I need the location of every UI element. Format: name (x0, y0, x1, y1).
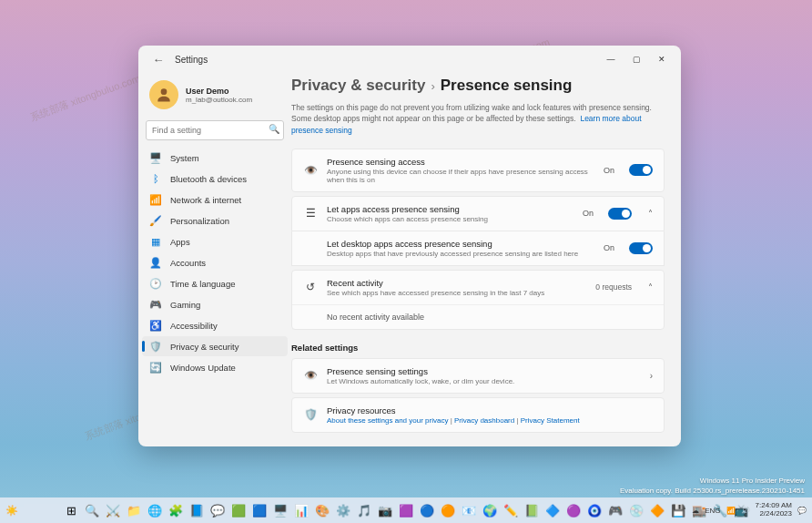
weather-icon[interactable]: ☀️ (5, 505, 18, 517)
taskbar-app[interactable]: 🟦 (250, 501, 269, 519)
taskbar-app[interactable]: ⊞ (62, 501, 80, 519)
nav-icon: ♿ (149, 319, 162, 332)
chevron-up-icon[interactable]: ˄ (648, 209, 653, 219)
taskbar-app[interactable]: ⚙️ (334, 501, 352, 519)
nav-icon: 📶 (149, 193, 162, 206)
tray-volume-icon[interactable]: 🔊 (741, 507, 750, 515)
nav-label: Bluetooth & devices (170, 174, 247, 184)
main-content: Privacy & security › Presence sensing Th… (291, 73, 681, 446)
nav-label: Accessibility (170, 321, 218, 331)
taskbar-app[interactable]: 🔵 (418, 501, 436, 519)
user-email: m_lab@outlook.com (186, 96, 252, 104)
minimize-button[interactable]: — (599, 49, 623, 69)
toggle-desktop-apps[interactable] (629, 242, 653, 254)
taskbar-app[interactable]: 🟣 (564, 501, 583, 519)
taskbar-app[interactable]: 🟪 (397, 501, 415, 519)
taskbar-app[interactable]: 📊 (292, 501, 310, 519)
card-privacy-resources: 🛡️ Privacy resources About these setting… (291, 397, 665, 433)
toggle-apps-access[interactable] (608, 208, 632, 220)
taskbar-app[interactable]: 🎵 (355, 501, 373, 519)
maximize-button[interactable]: ▢ (624, 49, 648, 69)
avatar (149, 80, 178, 109)
taskbar-app[interactable]: 🔷 (543, 501, 562, 519)
taskbar-app[interactable]: 📧 (460, 501, 478, 519)
svg-point-0 (161, 88, 167, 95)
recent-empty: No recent activity available (292, 304, 664, 329)
nav-icon: 🔄 (149, 361, 162, 374)
taskbar-app[interactable]: 💿 (627, 501, 645, 519)
card-desktop-apps: Let desktop apps access presence sensing… (291, 231, 665, 266)
taskbar-app[interactable]: 🌐 (146, 501, 164, 519)
card-ps-settings[interactable]: 👁️ Presence sensing settings Let Windows… (291, 358, 665, 394)
nav-label: Windows Update (170, 363, 236, 373)
taskbar-app[interactable]: 📷 (376, 501, 394, 519)
search-icon[interactable]: 🔍 (269, 124, 279, 134)
sidebar-item-time-language[interactable]: 🕑Time & language (142, 273, 288, 293)
tray-network-icon[interactable]: 📶 (726, 507, 736, 515)
requests-badge: 0 requests (595, 282, 632, 292)
taskbar-app[interactable]: 🟩 (229, 501, 248, 519)
sidebar-item-windows-update[interactable]: 🔄Windows Update (142, 357, 288, 377)
nav-label: Network & internet (170, 195, 241, 205)
system-watermark: Windows 11 Pro Insider Preview Evaluatio… (620, 477, 805, 496)
clock[interactable]: 7:24:09 AM 2/24/2023 (756, 502, 792, 518)
taskbar-app[interactable]: ✏️ (502, 501, 520, 519)
taskbar-app[interactable]: 🔶 (648, 501, 666, 519)
crumb-parent[interactable]: Privacy & security (291, 77, 425, 95)
tray-chevron-icon[interactable]: ˄ (683, 507, 686, 515)
sidebar-item-apps[interactable]: ▦Apps (142, 231, 288, 251)
close-button[interactable]: ✕ (650, 49, 674, 69)
related-settings-heading: Related settings (291, 343, 665, 353)
sidebar-item-bluetooth-devices[interactable]: ᛒBluetooth & devices (142, 169, 288, 189)
sidebar-item-personalization[interactable]: 🖌️Personalization (142, 210, 288, 231)
sidebar-item-system[interactable]: 🖥️System (142, 148, 288, 168)
breadcrumb: Privacy & security › Presence sensing (291, 77, 665, 95)
taskbar-app[interactable]: 🧿 (585, 501, 604, 519)
taskbar-app[interactable]: 💬 (208, 501, 227, 519)
taskbar-app[interactable]: 📗 (523, 501, 541, 519)
nav-icon: 🖌️ (149, 214, 162, 227)
nav-label: System (170, 153, 199, 163)
nav-label: Apps (170, 237, 190, 247)
sidebar-item-accessibility[interactable]: ♿Accessibility (142, 315, 288, 335)
tray-onedrive-icon[interactable]: ☁ (692, 507, 699, 515)
privacy-link[interactable]: Privacy Statement (521, 416, 580, 425)
sidebar-item-privacy-security[interactable]: 🛡️Privacy & security (142, 336, 288, 356)
taskbar-app[interactable]: 🎨 (313, 501, 331, 519)
get-help-link[interactable]: ❔ Get help (291, 444, 665, 446)
notifications-icon[interactable]: 💬 (797, 507, 807, 515)
language-indicator[interactable]: ENG (705, 507, 720, 515)
taskbar-app[interactable]: 🧩 (167, 501, 185, 519)
sidebar-item-accounts[interactable]: 👤Accounts (142, 252, 288, 272)
user-profile[interactable]: User Demo m_lab@outlook.com (142, 77, 288, 118)
crumb-current: Presence sensing (441, 77, 573, 95)
chevron-right-icon: › (650, 371, 653, 381)
taskbar-app[interactable]: 📘 (188, 501, 206, 519)
nav-icon: 👤 (149, 256, 162, 269)
taskbar-app[interactable]: 📁 (125, 501, 143, 519)
sidebar-item-gaming[interactable]: 🎮Gaming (142, 294, 288, 314)
taskbar: ☀️ ⊞🔍⚔️📁🌐🧩📘💬🟩🟦🖥️📊🎨⚙️🎵📷🟪🔵🟠📧🌍✏️📗🔷🟣🧿🎮💿🔶💾🏬🔧📺… (0, 497, 812, 523)
taskbar-app[interactable]: 🔍 (83, 501, 101, 519)
taskbar-app[interactable]: 🎮 (606, 501, 624, 519)
taskbar-app[interactable]: ⚔️ (104, 501, 122, 519)
window-title: Settings (175, 55, 208, 65)
page-description: The settings on this page do not prevent… (291, 102, 665, 136)
back-button[interactable]: ← (146, 46, 171, 72)
card-presence-access: 👁️ Presence sensing access Anyone using … (291, 149, 665, 192)
sidebar-item-network-internet[interactable]: 📶Network & internet (142, 190, 288, 210)
nav-label: Time & language (170, 279, 235, 289)
taskbar-app[interactable]: 🖥️ (271, 501, 289, 519)
privacy-link[interactable]: Privacy dashboard (454, 416, 514, 425)
nav-label: Gaming (170, 300, 200, 310)
nav-icon: ▦ (149, 235, 162, 248)
privacy-link[interactable]: About these settings and your privacy (327, 416, 448, 425)
chevron-up-icon[interactable]: ˄ (648, 282, 653, 292)
settings-window: ← Settings — ▢ ✕ User Demo m_lab@outlook… (138, 46, 681, 446)
card-recent-activity: ↺ Recent activity See which apps have ac… (291, 270, 665, 330)
search-input[interactable] (146, 120, 284, 140)
toggle-presence-access[interactable] (629, 164, 653, 176)
nav-icon: ᛒ (149, 172, 162, 185)
taskbar-app[interactable]: 🌍 (481, 501, 499, 519)
taskbar-app[interactable]: 🟠 (439, 501, 457, 519)
